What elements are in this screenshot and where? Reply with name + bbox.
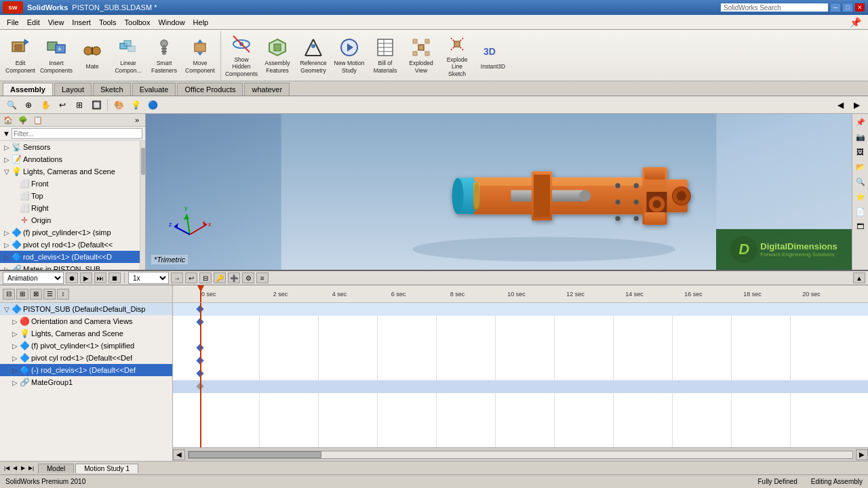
tree-item-top[interactable]: ⬜ Top bbox=[0, 190, 140, 202]
move-component-button[interactable]: MoveComponent bbox=[182, 33, 218, 79]
play-button[interactable]: ▶ bbox=[80, 272, 92, 283]
menu-file[interactable]: File bbox=[3, 17, 23, 28]
timeline-expand-button[interactable]: ⊞ bbox=[16, 289, 28, 300]
tab-layout[interactable]: Layout bbox=[54, 83, 92, 96]
timeline-item-mate-group[interactable]: ▷ 🔗 MateGroup1 bbox=[0, 376, 172, 388]
key-frame-button[interactable]: 🔑 bbox=[214, 272, 226, 283]
tree-item-right[interactable]: ⬜ Right bbox=[0, 202, 140, 214]
timeline-grid[interactable] bbox=[173, 303, 868, 447]
record-button[interactable]: ⏺ bbox=[66, 272, 78, 283]
tree-item-front[interactable]: ⬜ Front bbox=[0, 178, 140, 190]
menu-help[interactable]: Help bbox=[189, 17, 213, 28]
appearance-button[interactable]: 🎨 bbox=[111, 98, 126, 112]
panel-home-button[interactable]: 🏠 bbox=[1, 114, 15, 126]
scroll-track[interactable] bbox=[188, 451, 853, 459]
timeline-sort-button[interactable]: ↕ bbox=[57, 289, 69, 300]
tab-sketch[interactable]: Sketch bbox=[93, 83, 131, 96]
viewport[interactable]: x y z *Trimetric bbox=[146, 114, 852, 270]
loop-button[interactable]: ↩ bbox=[185, 272, 197, 283]
panel-collapse-button[interactable]: » bbox=[130, 114, 144, 126]
search-box[interactable]: SolidWorks Search bbox=[720, 3, 829, 12]
sidebar-doc-button[interactable]: 📄 bbox=[854, 205, 867, 218]
menu-edit[interactable]: Edit bbox=[23, 17, 44, 28]
scroll-right-button[interactable]: ▶ bbox=[856, 449, 868, 460]
animation-type-select[interactable]: Animation Motion Analysis bbox=[3, 272, 64, 284]
reference-geometry-button[interactable]: ReferenceGeometry bbox=[296, 33, 331, 79]
tab-evaluate[interactable]: Evaluate bbox=[132, 83, 176, 96]
timeline-filter-button[interactable]: ⊠ bbox=[30, 289, 42, 300]
section-view-button[interactable]: ⊞ bbox=[72, 98, 87, 112]
instant3d-button[interactable]: 3D Instant3D bbox=[475, 33, 511, 79]
bill-of-materials-button[interactable]: Bill ofMaterials bbox=[368, 33, 403, 79]
new-motion-study-button[interactable]: New MotionStudy bbox=[332, 33, 367, 79]
tree-item-sensors[interactable]: ▷ 📡 Sensors bbox=[0, 141, 140, 153]
timeline-item-rod-clevis[interactable]: ▷ 🔷 (-) rod_clevis<1> (Default<<Def bbox=[0, 364, 172, 376]
nav-next-button[interactable]: ▶ bbox=[19, 464, 27, 472]
play-mode-button[interactable]: → bbox=[171, 272, 183, 283]
collapse-panel-button[interactable]: ◀ bbox=[833, 98, 848, 112]
pan-button[interactable]: ✋ bbox=[38, 98, 53, 112]
timeline-item-piston-sub[interactable]: ▽ 🔷 PISTON_SUB (Default<Default_Disp bbox=[0, 303, 172, 315]
sidebar-pin-button[interactable]: 📌 bbox=[854, 115, 867, 129]
zoom-fit-button[interactable]: 🔍 bbox=[4, 98, 19, 112]
timeline-item-pivot-cyl-rod[interactable]: ▷ 🔷 pivot cyl rod<1> (Default<<Def bbox=[0, 352, 172, 364]
explode-line-button[interactable]: ExplodeLineSketch bbox=[439, 33, 475, 79]
scene-button[interactable]: 💡 bbox=[128, 98, 143, 112]
collapse-timeline-button[interactable]: ▲ bbox=[853, 272, 865, 283]
nav-prev-button[interactable]: ◀ bbox=[11, 464, 19, 472]
insert-components-button[interactable]: + InsertComponents bbox=[39, 33, 74, 79]
tree-item-mates[interactable]: ▷ 🔗 Mates in PISTON_SUB bbox=[0, 263, 140, 270]
timeline-item-lights-cameras[interactable]: ▷ 💡 Lights, Cameras and Scene bbox=[0, 327, 172, 340]
tab-office-products[interactable]: Office Products bbox=[177, 83, 243, 96]
simulation-button[interactable]: ⚙ bbox=[242, 272, 254, 283]
scroll-left-button[interactable]: ◀ bbox=[173, 449, 185, 460]
panel-tree-button[interactable]: 🌳 bbox=[16, 114, 30, 126]
tab-model[interactable]: Model bbox=[38, 464, 74, 473]
menu-tools[interactable]: Tools bbox=[95, 17, 121, 28]
menu-window[interactable]: Window bbox=[154, 17, 189, 28]
restore-button[interactable]: □ bbox=[842, 3, 853, 12]
timeline-list-button[interactable]: ☰ bbox=[43, 289, 56, 300]
tab-motion-study-1[interactable]: Motion Study 1 bbox=[75, 464, 138, 473]
mate-button[interactable]: Mate bbox=[75, 33, 110, 79]
assembly-features-button[interactable]: AssemblyFeatures bbox=[260, 33, 295, 79]
timeline-item-orientation[interactable]: ▷ 🔴 Orientation and Camera Views bbox=[0, 315, 172, 327]
toolbar-pin[interactable]: 📌 bbox=[846, 16, 865, 29]
tab-whatever[interactable]: whatever bbox=[244, 83, 290, 96]
sidebar-search-button[interactable]: 🔍 bbox=[854, 175, 867, 188]
sidebar-folder-button[interactable]: 📂 bbox=[854, 160, 867, 174]
tree-item-origin[interactable]: ✛ Origin bbox=[0, 214, 140, 226]
stop-button[interactable]: ⏹ bbox=[108, 272, 121, 283]
panel-properties-button[interactable]: 📋 bbox=[31, 114, 45, 126]
edit-component-button[interactable]: EditComponent bbox=[3, 33, 38, 79]
close-button[interactable]: ✕ bbox=[854, 3, 865, 12]
linear-component-button[interactable]: LinearCompon... bbox=[111, 33, 146, 79]
sidebar-star-button[interactable]: ⭐ bbox=[854, 190, 867, 203]
next-frame-button[interactable]: ⏭ bbox=[94, 272, 106, 283]
bookmark-button[interactable]: ⊟ bbox=[199, 272, 212, 283]
tab-assembly[interactable]: Assembly bbox=[3, 83, 53, 96]
menu-toolbox[interactable]: Toolbox bbox=[121, 17, 155, 28]
minimize-button[interactable]: ─ bbox=[830, 3, 841, 12]
sidebar-image-button[interactable]: 🖼 bbox=[854, 145, 867, 159]
timeline-item-pivot-cylinder[interactable]: ▷ 🔷 (f) pivot_cylinder<1> (simplified bbox=[0, 340, 172, 352]
menu-view[interactable]: View bbox=[44, 17, 68, 28]
menu-insert[interactable]: Insert bbox=[68, 17, 95, 28]
nav-last-button[interactable]: ▶| bbox=[27, 464, 35, 472]
timeline-options-button[interactable]: ≡ bbox=[256, 272, 269, 283]
tree-filter-input[interactable] bbox=[12, 128, 142, 139]
sidebar-view-button[interactable]: 🗔 bbox=[854, 220, 867, 233]
expand-panel-button[interactable]: ▶ bbox=[849, 98, 864, 112]
time-scale-select[interactable]: 1x 0.5x 2x bbox=[128, 272, 169, 284]
timeline-collapse-button[interactable]: ⊟ bbox=[3, 289, 15, 300]
tree-item-pivot-cyl-rod[interactable]: ▷ 🔷 pivot cyl rod<1> (Default<< bbox=[0, 239, 140, 251]
tree-item-pivot-cylinder[interactable]: ▷ 🔷 (f) pivot_cylinder<1> (simp bbox=[0, 226, 140, 239]
zoom-in-button[interactable]: ⊕ bbox=[21, 98, 36, 112]
nav-first-button[interactable]: |◀ bbox=[3, 464, 11, 472]
rotate-button[interactable]: ↩ bbox=[55, 98, 70, 112]
tree-item-annotations[interactable]: ▷ 📝 Annotations bbox=[0, 153, 140, 165]
sidebar-camera-button[interactable]: 📷 bbox=[854, 130, 867, 144]
tree-item-rod-clevis[interactable]: ▷ 🔷 rod_clevis<1> (Default<<D bbox=[0, 251, 140, 263]
realview-button[interactable]: 🔵 bbox=[145, 98, 160, 112]
display-style-button[interactable]: 🔲 bbox=[89, 98, 104, 112]
